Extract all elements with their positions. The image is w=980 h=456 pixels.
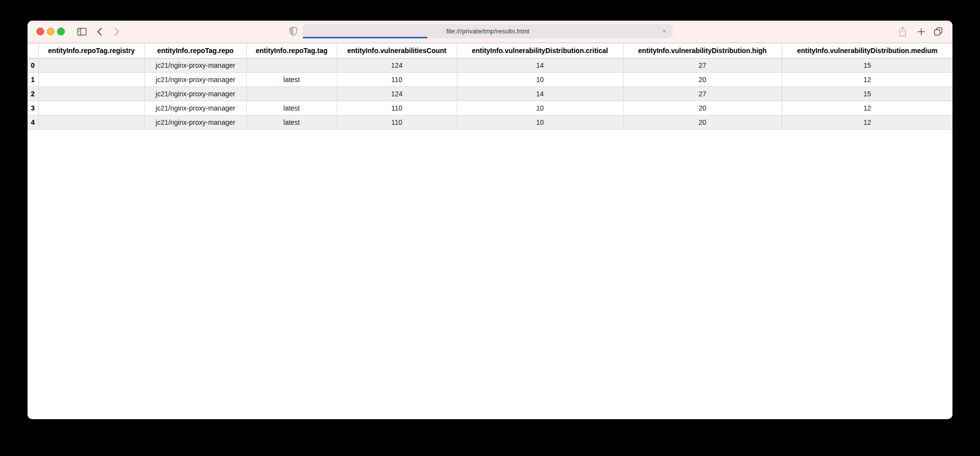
table-cell: 12: [782, 101, 952, 115]
back-button[interactable]: [93, 25, 106, 38]
table-cell: 124: [337, 87, 457, 101]
table-cell: 12: [782, 115, 952, 130]
chevron-right-icon: [114, 28, 119, 36]
column-header: entityInfo.repoTag.repo: [145, 43, 246, 58]
table-cell: [38, 73, 145, 87]
row-index-cell: 2: [28, 87, 38, 101]
table-cell: [38, 87, 145, 101]
url-text: file:///private/tmp/results.html: [446, 28, 530, 35]
chevron-left-icon: [97, 28, 102, 36]
table-cell: jc21/nginx-proxy-manager: [145, 87, 246, 101]
close-window-button[interactable]: [36, 28, 44, 35]
table-cell: 124: [337, 58, 457, 73]
table-cell: 27: [623, 58, 782, 73]
privacy-report-button[interactable]: [287, 25, 299, 38]
page-content: entityInfo.repoTag.registryentityInfo.re…: [28, 43, 952, 419]
column-header: entityInfo.vulnerabilityDistribution.med…: [782, 43, 952, 58]
table-cell: 110: [337, 73, 457, 87]
share-button[interactable]: [896, 25, 909, 38]
column-header: entityInfo.vulnerabilitiesCount: [337, 43, 457, 58]
sidebar-icon: [77, 28, 87, 36]
table-cell: 15: [782, 87, 952, 101]
table-cell: 20: [623, 73, 782, 87]
plus-icon: [918, 28, 925, 35]
browser-window: file:///private/tmp/results.html ×: [28, 21, 952, 419]
table-cell: jc21/nginx-proxy-manager: [145, 73, 246, 87]
address-bar[interactable]: file:///private/tmp/results.html ×: [303, 24, 673, 38]
table-cell: [38, 101, 145, 115]
table-cell: jc21/nginx-proxy-manager: [145, 101, 246, 115]
column-header: entityInfo.vulnerabilityDistribution.cri…: [457, 43, 623, 58]
privacy-shield-icon: [289, 27, 297, 36]
table-cell: [38, 58, 145, 73]
forward-button[interactable]: [110, 25, 123, 38]
table-cell: 27: [623, 87, 782, 101]
table-header-row: entityInfo.repoTag.registryentityInfo.re…: [28, 43, 952, 58]
table-cell: [246, 87, 337, 101]
tab-overview-icon: [934, 27, 943, 36]
share-icon: [898, 27, 907, 37]
page-load-progress-bar: [303, 37, 427, 38]
browser-toolbar: file:///private/tmp/results.html ×: [28, 21, 952, 43]
table-cell: jc21/nginx-proxy-manager: [145, 58, 246, 73]
table-row: 4jc21/nginx-proxy-managerlatest110102012: [28, 115, 952, 130]
table-cell: [38, 115, 145, 130]
table-row: 1jc21/nginx-proxy-managerlatest110102012: [28, 73, 952, 87]
column-header: entityInfo.repoTag.tag: [246, 43, 337, 58]
table-cell: 10: [457, 101, 623, 115]
zoom-window-button[interactable]: [57, 28, 65, 35]
table-cell: 10: [457, 73, 623, 87]
table-cell: 110: [337, 115, 457, 130]
table-cell: 20: [623, 115, 782, 130]
row-index-cell: 1: [28, 73, 38, 87]
table-cell: 15: [782, 58, 952, 73]
row-index-cell: 0: [28, 58, 38, 73]
close-icon: ×: [662, 28, 666, 35]
index-column-header: [28, 43, 38, 58]
results-table: entityInfo.repoTag.registryentityInfo.re…: [28, 43, 952, 130]
table-row: 2jc21/nginx-proxy-manager124142715: [28, 87, 952, 101]
column-header: entityInfo.vulnerabilityDistribution.hig…: [623, 43, 782, 58]
sidebar-toggle-button[interactable]: [75, 25, 88, 38]
table-cell: latest: [246, 115, 337, 130]
tab-overview-button[interactable]: [932, 25, 945, 38]
table-row: 3jc21/nginx-proxy-managerlatest110102012: [28, 101, 952, 115]
table-cell: latest: [246, 101, 337, 115]
table-row: 0jc21/nginx-proxy-manager124142715: [28, 58, 952, 73]
table-cell: 10: [457, 115, 623, 130]
clear-url-button[interactable]: ×: [660, 27, 668, 35]
minimize-window-button[interactable]: [47, 28, 55, 35]
table-cell: 110: [337, 101, 457, 115]
table-cell: [246, 58, 337, 73]
table-cell: 14: [457, 87, 623, 101]
table-cell: jc21/nginx-proxy-manager: [145, 115, 246, 130]
column-header: entityInfo.repoTag.registry: [38, 43, 145, 58]
row-index-cell: 4: [28, 115, 38, 130]
table-cell: 12: [782, 73, 952, 87]
table-cell: 20: [623, 101, 782, 115]
table-cell: 14: [457, 58, 623, 73]
row-index-cell: 3: [28, 101, 38, 115]
table-cell: latest: [246, 73, 337, 87]
new-tab-button[interactable]: [915, 25, 927, 38]
